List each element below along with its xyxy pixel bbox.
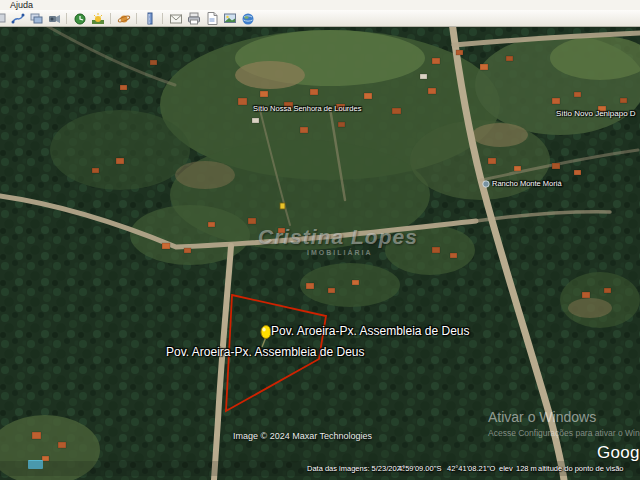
status-bar: Data das imagens: 5/23/2022 4°59'09.00"S…	[0, 461, 640, 476]
realtor-watermark: Cristina Lopes	[258, 225, 418, 249]
placemark-label[interactable]: Pov. Aroeira-Px. Assembleia de Deus	[271, 324, 470, 338]
realtor-watermark-subtitle: IMOBILIÁRIA	[307, 249, 373, 256]
toolbar-separator	[162, 13, 163, 24]
windows-activation-hint: Acesse Configurações para ativar o Windo…	[488, 428, 640, 438]
add-image-overlay-button[interactable]	[27, 11, 44, 26]
ruler-button[interactable]	[141, 11, 158, 26]
placemark-label-2[interactable]: Pov. Aroeira-Px. Assembleia de Deus	[166, 345, 365, 359]
historical-imagery-button[interactable]	[71, 11, 88, 26]
elevation-value: 128 m	[516, 464, 537, 473]
imagery-copyright: Image © 2024 Maxar Technologies	[233, 431, 372, 441]
elevation-label: elev	[499, 464, 513, 473]
toolbar-separator	[110, 13, 111, 24]
small-marker-icon[interactable]	[280, 203, 285, 209]
poi-label-sitio-jenipapo[interactable]: Sítio Novo Jenipapo D	[556, 109, 636, 118]
record-tour-button[interactable]	[45, 11, 62, 26]
google-logo: Google	[597, 443, 640, 463]
save-image-button[interactable]	[203, 11, 220, 26]
clipped-toolbar-button[interactable]	[0, 11, 8, 26]
imagery-date: Data das imagens: 5/23/2022	[307, 464, 405, 473]
poi-label-rancho-monte-moria[interactable]: Rancho Monte Moriá	[492, 179, 562, 188]
toolbar	[0, 10, 640, 27]
eye-altitude-label: altitude do ponto de visão	[538, 464, 623, 473]
google-earth-window: Sítio Nossa Senhora de Lourdes Sítio Nov…	[0, 0, 640, 480]
menu-ajuda[interactable]: Ajuda	[5, 0, 38, 10]
toolbar-separator	[136, 13, 137, 24]
toolbar-separator	[66, 13, 67, 24]
view-in-maps-button[interactable]	[239, 11, 256, 26]
sunlight-button[interactable]	[89, 11, 106, 26]
email-button[interactable]	[167, 11, 184, 26]
poi-label-sitio-lourdes[interactable]: Sítio Nossa Senhora de Lourdes	[253, 104, 361, 113]
windows-activation-watermark: Ativar o Windows	[488, 409, 596, 425]
cursor-latitude: 4°59'09.00"S	[398, 464, 441, 473]
add-path-button[interactable]	[9, 11, 26, 26]
planets-button[interactable]	[115, 11, 132, 26]
poi-dot-icon[interactable]	[483, 181, 489, 187]
image-button[interactable]	[221, 11, 238, 26]
cursor-longitude: 42°41'08.21"O	[447, 464, 495, 473]
print-button[interactable]	[185, 11, 202, 26]
